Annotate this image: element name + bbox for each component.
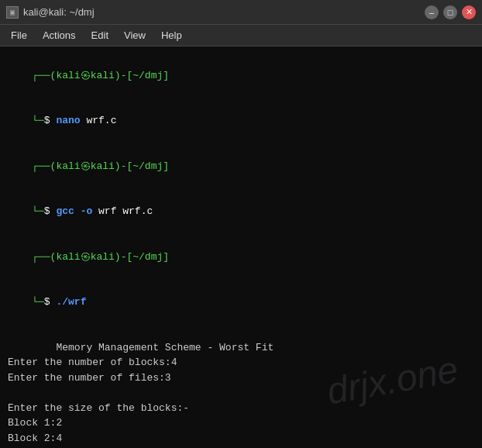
window-title: kali@kali: ~/dmj [23, 6, 95, 18]
close-button[interactable]: ✕ [462, 5, 476, 19]
prompt-dollar: └─ [32, 115, 44, 126]
blank-line [8, 325, 474, 340]
terminal-output: Block 2:4 [8, 431, 474, 446]
terminal-line: └─$ ./wrf [8, 280, 474, 326]
prompt-text: ┌──(kali㉿kali)-[~/dmj] [32, 70, 169, 81]
maximize-button[interactable]: □ [443, 5, 457, 19]
window-icon: ▣ [6, 6, 19, 19]
terminal-output: Block 1:2 [8, 415, 474, 431]
terminal-line: ┌──(kali㉿kali)-[~/dmj] [8, 53, 474, 98]
menu-file[interactable]: File [3, 26, 35, 44]
menu-edit[interactable]: Edit [84, 26, 116, 44]
terminal-output: Memory Management Scheme - Worst Fit [8, 340, 474, 356]
terminal-line: └─$ nano wrf.c [8, 98, 474, 144]
menu-view[interactable]: View [116, 26, 153, 44]
terminal-line: ┌──(kali㉿kali)-[~/dmj] [8, 143, 474, 189]
menu-help[interactable]: Help [153, 26, 190, 44]
prompt-text: ┌──(kali㉿kali)-[~/dmj] [32, 160, 169, 172]
terminal-body[interactable]: ┌──(kali㉿kali)-[~/dmj] └─$ nano wrf.c ┌─… [0, 47, 482, 448]
title-bar: ▣ kali@kali: ~/dmj – □ ✕ [0, 0, 482, 25]
menu-actions[interactable]: Actions [35, 26, 84, 44]
terminal-output: Enter the number of blocks:4 [8, 355, 474, 370]
menu-bar: File Actions Edit View Help [0, 25, 482, 47]
title-bar-left: ▣ kali@kali: ~/dmj [6, 6, 95, 19]
minimize-button[interactable]: – [425, 5, 439, 19]
terminal-line: └─$ gcc -o wrf wrf.c [8, 189, 474, 235]
terminal-output: Enter the number of files:3 [8, 370, 474, 386]
terminal-output: Enter the size of the blocks:- [8, 401, 474, 416]
title-bar-controls: – □ ✕ [425, 5, 476, 19]
terminal-line: ┌──(kali㉿kali)-[~/dmj] [8, 234, 474, 280]
blank-line [8, 385, 474, 401]
